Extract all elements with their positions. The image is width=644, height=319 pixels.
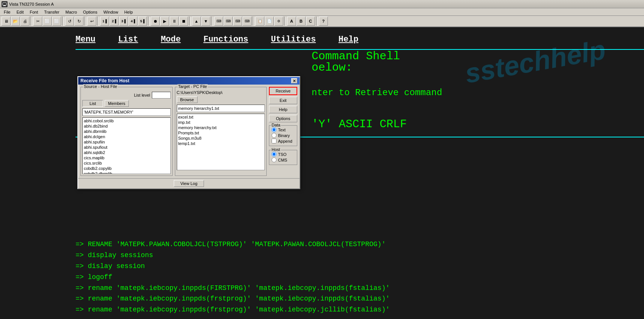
tb-refresh1[interactable]: ↺: [65, 17, 74, 26]
bottom-terminal-lines: => RENAME 'MATEPK.PAWAN.COBOLJCL(TSTPROG…: [76, 239, 644, 315]
list-item[interactable]: cics.maplib: [83, 155, 170, 160]
checkbox-append-row: Append: [272, 139, 295, 143]
radio-binary[interactable]: [272, 133, 276, 138]
tb-key3[interactable]: ⌨: [233, 17, 242, 26]
command-shell-text: Command Shell: [312, 50, 400, 63]
tb-play[interactable]: ▶: [160, 17, 169, 26]
tb-settings[interactable]: ⚙: [274, 17, 283, 26]
menu-window[interactable]: Window: [100, 9, 121, 15]
source-host-input[interactable]: [82, 108, 171, 116]
tb-a[interactable]: A: [287, 17, 296, 26]
list-item[interactable]: abhi.dclgen: [83, 134, 170, 139]
list-level-label: List level: [134, 93, 150, 97]
list-button[interactable]: List: [82, 100, 103, 107]
enter-retrieve-text: nter to Retrieve command: [312, 88, 442, 98]
nav-utilities[interactable]: Utilities: [271, 35, 316, 44]
menu-edit[interactable]: Edit: [14, 9, 27, 15]
list-item[interactable]: abhi.cobol.srclib: [83, 118, 170, 123]
radio-binary-label: Binary: [278, 133, 290, 138]
sep10: [316, 17, 318, 26]
target-filename-input[interactable]: [177, 105, 265, 112]
view-log-button[interactable]: View Log: [174, 180, 204, 187]
tb-paste2[interactable]: 📄: [265, 17, 274, 26]
members-button[interactable]: Members: [105, 100, 129, 107]
tb-macro5[interactable]: 5▐: [138, 17, 147, 26]
tb-print[interactable]: 🖨: [20, 17, 29, 26]
receive-button[interactable]: Receive: [269, 87, 297, 95]
tb-pause[interactable]: ⏸: [170, 17, 179, 26]
tb-refresh2[interactable]: ↻: [74, 17, 83, 26]
list-item[interactable]: memory hierarchy.txt: [178, 125, 264, 130]
tb-help[interactable]: ?: [319, 17, 328, 26]
radio-binary-row: Binary: [272, 133, 295, 138]
radio-cms[interactable]: [272, 157, 276, 162]
tb-macro2[interactable]: 2▐: [110, 17, 119, 26]
radio-text-label: Text: [278, 128, 286, 132]
nav-list[interactable]: List: [118, 35, 138, 44]
radio-cms-label: CMS: [278, 158, 287, 162]
list-item[interactable]: Songs.m3u8: [178, 136, 264, 141]
menu-transfer[interactable]: Transfer: [41, 9, 63, 15]
tb-new[interactable]: 🖥: [2, 17, 11, 26]
data-group-label: Data: [271, 123, 281, 127]
list-item[interactable]: abhi.dbrmlib: [83, 129, 170, 134]
tb-macro4[interactable]: 4▐: [128, 17, 137, 26]
options-button[interactable]: Options: [269, 115, 297, 122]
host-group: Host TSO CMS: [269, 150, 297, 165]
nav-help[interactable]: Help: [338, 35, 358, 44]
tb-stop[interactable]: ⏹: [179, 17, 188, 26]
tb-up[interactable]: ▲: [192, 17, 201, 26]
data-group: Data Text Binary Append: [269, 125, 297, 146]
source-panel-label: Source - Host File: [83, 84, 118, 89]
tb-copy2[interactable]: 📋: [255, 17, 264, 26]
menu-help[interactable]: Help: [121, 9, 136, 15]
nav-functions[interactable]: Functions: [203, 35, 248, 44]
help-button[interactable]: Help: [269, 106, 297, 113]
menu-file[interactable]: File: [1, 9, 14, 15]
menu-options[interactable]: Options: [80, 9, 100, 15]
tb-copy[interactable]: ⬜: [43, 17, 52, 26]
tb-key2[interactable]: ⌨: [224, 17, 233, 26]
browse-button[interactable]: Browse: [177, 96, 198, 103]
nav-mode[interactable]: Mode: [161, 35, 181, 44]
source-listbox[interactable]: abhi.cobol.srclib abhi.db2bind abhi.dbrm…: [82, 117, 171, 174]
tb-paste[interactable]: ⬜: [52, 17, 61, 26]
menu-font[interactable]: Font: [27, 9, 41, 15]
menu-macro[interactable]: Macro: [62, 9, 80, 15]
tb-c[interactable]: C: [306, 17, 315, 26]
tb-key1[interactable]: ⌨: [214, 17, 223, 26]
tb-down[interactable]: ▼: [201, 17, 210, 26]
list-level-input[interactable]: [152, 92, 171, 99]
tb-key4[interactable]: ⌨: [242, 17, 252, 26]
tb-open[interactable]: 📂: [11, 17, 20, 26]
tb-cut[interactable]: ✂: [33, 17, 42, 26]
source-host-file-panel: Source - Host File List level List Membe…: [80, 87, 173, 176]
list-item[interactable]: abhi.db2bind: [83, 123, 170, 129]
nav-menu[interactable]: Menu: [76, 35, 96, 44]
sep3: [85, 17, 86, 26]
list-item[interactable]: imp.txt: [178, 120, 264, 125]
tb-macro3[interactable]: 3▐: [119, 17, 128, 26]
list-item[interactable]: cics.srclib: [83, 160, 170, 166]
tb-undo[interactable]: ↩: [87, 17, 96, 26]
exit-button[interactable]: Exit: [269, 97, 297, 104]
tb-macro1[interactable]: 1▐: [100, 17, 109, 26]
list-item[interactable]: Prompts.txt: [178, 130, 264, 136]
sep7: [212, 17, 213, 26]
list-item[interactable]: abhi.spufiout: [83, 145, 170, 150]
checkbox-append[interactable]: [272, 139, 276, 143]
tb-record[interactable]: ⏺: [151, 17, 160, 26]
target-listbox[interactable]: excel.txt imp.txt memory hierarchy.txt P…: [177, 114, 265, 170]
radio-tso[interactable]: [272, 152, 276, 157]
list-item[interactable]: cobdb2.dbrmlib: [83, 171, 170, 174]
list-item[interactable]: cobdb2.copylib: [83, 166, 170, 171]
list-item[interactable]: abhi.spufiin: [83, 139, 170, 145]
term-line-1: => RENAME 'MATEPK.PAWAN.COBOLJCL(TSTPROG…: [76, 239, 644, 250]
list-item[interactable]: abhi.sqldb2: [83, 150, 170, 155]
tb-b[interactable]: B: [297, 17, 306, 26]
list-item[interactable]: excel.txt: [178, 114, 264, 120]
dialog-close-button[interactable]: ✕: [291, 78, 297, 83]
radio-text[interactable]: [272, 127, 276, 132]
list-item[interactable]: temp1.txt: [178, 141, 264, 146]
sep2: [62, 17, 64, 26]
